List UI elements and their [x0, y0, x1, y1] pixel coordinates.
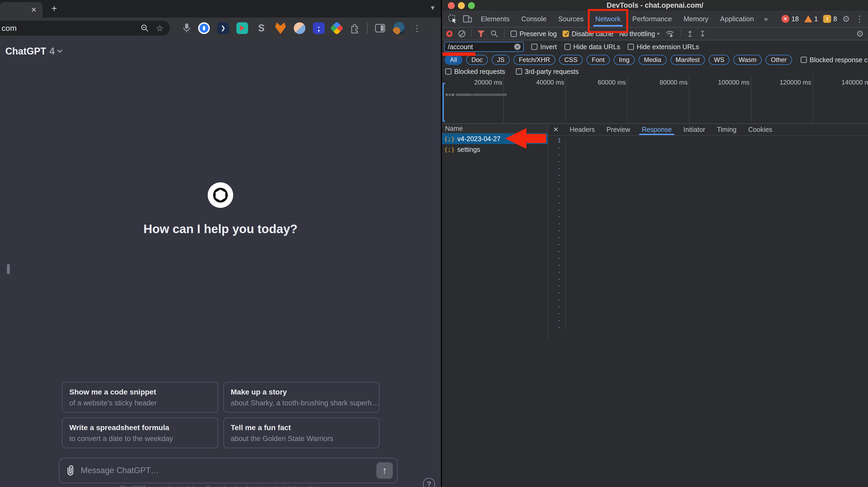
- request-type-chip[interactable]: CSS: [559, 55, 583, 65]
- hide-data-urls-checkbox[interactable]: Hide data URLs: [564, 43, 620, 51]
- preserve-log-checkbox[interactable]: Preserve log: [510, 30, 557, 38]
- devtools-tab[interactable]: Console: [515, 11, 552, 27]
- side-panel-icon[interactable]: [375, 24, 385, 32]
- line-gutter[interactable]: -: [548, 255, 566, 262]
- error-count-badge[interactable]: ✕ 18: [781, 15, 799, 23]
- third-party-requests-checkbox[interactable]: 3rd-party requests: [516, 68, 579, 76]
- line-gutter[interactable]: -: [548, 199, 566, 206]
- line-gutter[interactable]: -: [548, 165, 566, 172]
- line-gutter[interactable]: -: [548, 324, 566, 331]
- request-type-chip[interactable]: WS: [709, 55, 730, 65]
- line-gutter[interactable]: -: [548, 213, 566, 220]
- tab-search-chevron-icon[interactable]: ▾: [431, 3, 435, 12]
- metamask-fox-extension-icon[interactable]: [275, 22, 286, 34]
- warning-count-badge[interactable]: 1: [804, 15, 818, 23]
- line-gutter[interactable]: -: [548, 220, 566, 227]
- extensions-puzzle-icon[interactable]: [349, 23, 360, 33]
- attach-paperclip-icon[interactable]: [66, 465, 75, 476]
- close-window-button[interactable]: [448, 2, 455, 9]
- zoom-out-icon[interactable]: [141, 24, 149, 32]
- microphone-icon[interactable]: [183, 22, 191, 34]
- round-extension-icon[interactable]: [294, 22, 305, 34]
- more-tabs-chevron[interactable]: »: [760, 11, 772, 27]
- checkbox-unchecked[interactable]: [445, 68, 452, 75]
- request-type-chip[interactable]: Other: [766, 55, 792, 65]
- checkbox-unchecked[interactable]: [801, 57, 807, 63]
- devtools-tab[interactable]: Memory: [678, 11, 714, 27]
- suggestion-card[interactable]: Tell me a fun fact about the Golden Stat…: [223, 418, 380, 448]
- clear-filter-icon[interactable]: ✕: [514, 44, 521, 50]
- devtools-tab[interactable]: Performance: [626, 11, 678, 27]
- request-type-chip[interactable]: JS: [492, 55, 510, 65]
- device-toolbar-icon[interactable]: [460, 11, 475, 27]
- devtools-tab[interactable]: Network: [589, 11, 626, 27]
- network-settings-gear-icon[interactable]: ⚙: [856, 29, 864, 39]
- overview-selection-bracket[interactable]: [442, 83, 445, 122]
- devtools-settings-gear-icon[interactable]: ⚙: [842, 14, 850, 24]
- line-gutter[interactable]: -: [548, 227, 566, 234]
- invert-checkbox[interactable]: Invert: [531, 43, 557, 51]
- line-gutter[interactable]: -: [548, 185, 566, 193]
- message-composer[interactable]: ↑: [59, 458, 398, 483]
- export-har-icon[interactable]: ↧: [699, 29, 706, 38]
- s-extension-icon[interactable]: S: [255, 22, 267, 34]
- record-network-log-button[interactable]: [446, 31, 453, 37]
- request-type-chip[interactable]: All: [445, 55, 462, 65]
- line-gutter[interactable]: 1: [548, 137, 566, 144]
- line-gutter[interactable]: -: [548, 172, 566, 179]
- checkbox-unchecked[interactable]: [628, 44, 634, 50]
- filter-funnel-icon[interactable]: [477, 31, 485, 37]
- line-gutter[interactable]: -: [548, 206, 566, 213]
- send-button[interactable]: ↑: [376, 462, 393, 479]
- devtools-tab[interactable]: Application: [714, 11, 760, 27]
- line-gutter[interactable]: -: [548, 248, 566, 255]
- checkbox-unchecked[interactable]: [564, 44, 571, 50]
- blocked-requests-checkbox[interactable]: Blocked requests: [445, 68, 505, 76]
- devtools-tab[interactable]: Elements: [475, 11, 515, 27]
- password-manager-extension-icon[interactable]: [198, 22, 210, 34]
- line-gutter[interactable]: -: [548, 151, 566, 158]
- zoom-window-button[interactable]: [468, 2, 475, 9]
- line-gutter[interactable]: -: [548, 241, 566, 248]
- response-tab[interactable]: Preview: [600, 124, 636, 135]
- request-type-chip[interactable]: Wasm: [733, 55, 762, 65]
- browser-menu-kebab-icon[interactable]: ⋮: [413, 23, 421, 33]
- profile-avatar[interactable]: [393, 22, 405, 34]
- clear-network-log-icon[interactable]: [459, 30, 465, 37]
- line-gutter[interactable]: -: [548, 268, 566, 276]
- bookmark-star-icon[interactable]: ☆: [156, 23, 164, 33]
- new-tab-button[interactable]: +: [48, 3, 60, 15]
- network-overview-timeline[interactable]: 20000 ms 40000 ms 60000 ms 80000 ms 1000…: [442, 77, 868, 124]
- suggestion-card[interactable]: Write a spreadsheet formula to convert a…: [62, 418, 218, 448]
- line-gutter[interactable]: -: [548, 144, 566, 151]
- devtools-kebab-icon[interactable]: ⋮: [855, 14, 864, 24]
- tab-close-icon[interactable]: ✕: [31, 6, 37, 14]
- request-type-chip[interactable]: Manifest: [671, 55, 705, 65]
- url-bar[interactable]: com ☆: [0, 21, 170, 36]
- suggestion-card[interactable]: Make up a story about Sharky, a tooth-br…: [223, 382, 380, 412]
- network-filter-input[interactable]: [444, 42, 524, 52]
- checkbox-unchecked[interactable]: [531, 44, 537, 50]
- shield-extension-icon[interactable]: ❯: [217, 22, 229, 34]
- checkbox-checked[interactable]: [563, 31, 569, 37]
- response-body[interactable]: 1 { -: [548, 136, 868, 341]
- network-conditions-icon[interactable]: [665, 30, 674, 38]
- checkbox-unchecked[interactable]: [510, 31, 517, 37]
- blocked-response-cookies-checkbox[interactable]: Blocked response cookies: [801, 56, 868, 64]
- line-gutter[interactable]: -: [548, 158, 566, 165]
- inspect-element-icon[interactable]: [445, 11, 460, 27]
- suggestion-card[interactable]: Show me a code snippet of a website's st…: [62, 382, 218, 412]
- checkbox-unchecked[interactable]: [516, 68, 522, 75]
- line-gutter[interactable]: -: [548, 193, 566, 199]
- close-response-panel-icon[interactable]: ✕: [548, 126, 564, 134]
- request-type-chip[interactable]: Img: [614, 55, 635, 65]
- request-row[interactable]: {;} settings: [442, 144, 548, 155]
- line-gutter[interactable]: -: [548, 234, 566, 241]
- line-gutter[interactable]: -: [548, 310, 566, 317]
- line-gutter[interactable]: -: [548, 296, 566, 303]
- browser-tab[interactable]: ✕: [0, 2, 42, 18]
- request-type-chip[interactable]: Fetch/XHR: [514, 55, 555, 65]
- minimize-window-button[interactable]: [458, 2, 465, 9]
- request-type-chip[interactable]: Doc: [466, 55, 488, 65]
- line-gutter[interactable]: -: [548, 289, 566, 296]
